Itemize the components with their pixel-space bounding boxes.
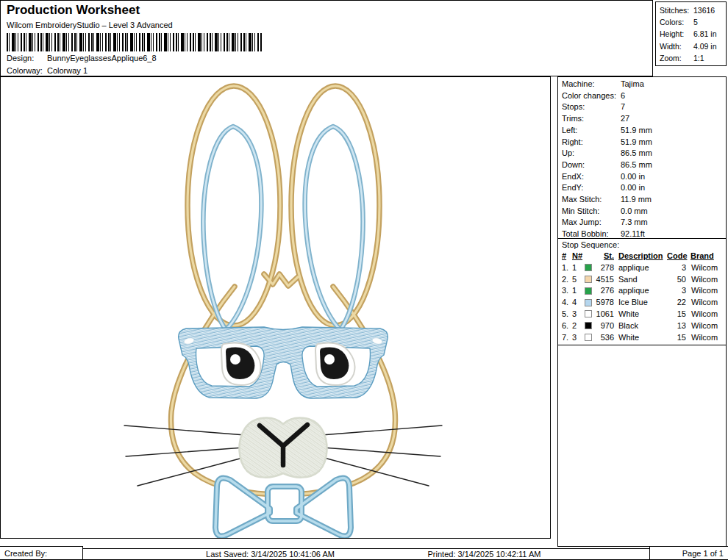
stop-sequence-header-row: # N# St. Description Code Brand (562, 251, 726, 262)
machine-info-row: Stops:7 (562, 101, 726, 113)
stop-sequence-row: 6.2 970Black 13Wilcom (562, 320, 726, 332)
stop-sequence-row: 2.5 4515Sand 50Wilcom (562, 274, 726, 286)
notes-empty-box (557, 345, 727, 547)
machine-info-row: Min Stitch:0.0 mm (562, 206, 726, 218)
machine-info-row: EndY:0.00 in (562, 182, 726, 194)
machine-info-row: Right:51.9 mm (562, 137, 726, 148)
machine-info-row: Up:86.5 mm (562, 148, 726, 159)
stop-sequence-row: 1.1 278applique 3Wilcom (562, 262, 726, 274)
stop-sequence-title: Stop Sequence: (562, 240, 726, 251)
colorway-label: Colorway: (7, 66, 47, 75)
stop-sequence-row: 3.1 276applique 3Wilcom (562, 285, 726, 297)
barcode (7, 33, 263, 51)
thread-color-swatch (585, 322, 592, 329)
nose-and-mouth (239, 418, 326, 478)
right-eye (315, 342, 355, 385)
stat-row: Height:6.81 in (660, 28, 726, 40)
machine-info-row: Left:51.9 mm (562, 125, 726, 137)
stat-row: Colors:5 (660, 16, 726, 28)
stop-sequence-row: 4.4 5978Ice Blue 22Wilcom (562, 297, 726, 309)
eyeglasses (179, 327, 388, 398)
thread-color-swatch (585, 310, 592, 317)
footer-page-number: Page 1 of 1 (649, 546, 728, 560)
footer-divider (0, 548, 728, 549)
thread-color-swatch (585, 276, 592, 283)
machine-info-box: Machine:Tajima Color changes:6 Stops:7 T… (557, 76, 727, 239)
machine-info-row: Machine:Tajima (562, 79, 726, 90)
thread-color-swatch (585, 334, 592, 341)
machine-info-row: EndX:0.00 in (562, 171, 726, 183)
machine-info-row: Down:86.5 mm (562, 159, 726, 171)
header-box: Production Worksheet Wilcom EmbroiderySt… (0, 0, 653, 76)
machine-info-row: Max Stitch:11.9 mm (562, 194, 726, 206)
design-row: Design:BunnyEyeglassesApplique6_8 (7, 54, 157, 62)
stat-row: Stitches:13616 (660, 4, 726, 16)
machine-info-row: Trims:27 (562, 113, 726, 125)
bow-tie (215, 478, 351, 536)
design-value: BunnyEyeglassesApplique6_8 (47, 54, 157, 62)
footer-created-by: Created By: (0, 546, 83, 560)
colorway-value: Colorway 1 (47, 66, 88, 75)
stat-row: Width:4.09 in (660, 40, 726, 52)
thread-color-swatch (585, 287, 592, 295)
design-stats-box: Stitches:13616 Colors:5 Height:6.81 in W… (655, 1, 727, 66)
left-eye (221, 342, 261, 385)
production-worksheet-page: Production Worksheet Wilcom EmbroiderySt… (0, 0, 728, 560)
bunny-artwork (1, 77, 550, 538)
stat-row: Zoom:1:1 (660, 52, 726, 64)
stop-sequence-row: 7.3 536White 15Wilcom (562, 332, 726, 344)
footer-printed: Printed: 3/14/2025 10:42:11 AM (319, 550, 649, 559)
thread-color-swatch (585, 264, 592, 271)
design-canvas (0, 76, 551, 539)
thread-color-swatch (585, 299, 592, 306)
machine-info-row: Color changes:6 (562, 90, 726, 102)
design-label: Design: (7, 54, 47, 62)
app-subtitle: Wilcom EmbroideryStudio – Level 3 Advanc… (7, 21, 173, 29)
machine-info-row: Max Jump:7.3 mm (562, 217, 726, 229)
page-title: Production Worksheet (7, 3, 140, 18)
stop-sequence-row: 5.3 1061White 15Wilcom (562, 309, 726, 320)
colorway-row: Colorway:Colorway 1 (7, 66, 88, 75)
stop-sequence-box: Stop Sequence: # N# St. Description Code… (557, 239, 727, 345)
